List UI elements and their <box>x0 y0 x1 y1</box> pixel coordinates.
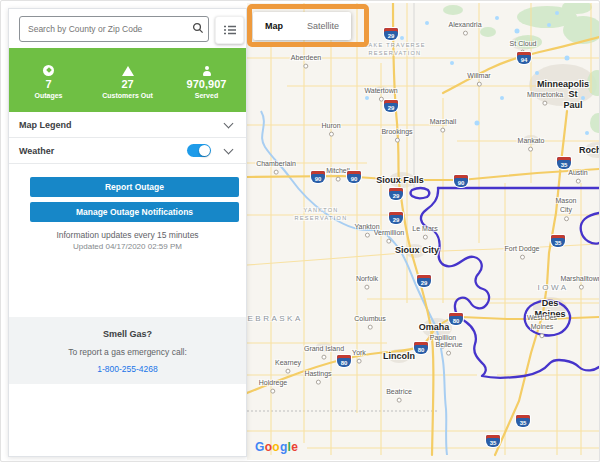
map-label-yankton: Yankton <box>354 223 379 232</box>
person-icon <box>202 66 212 76</box>
warning-triangle-icon <box>122 66 134 76</box>
map-label-marshalltown: Marshalltown <box>560 275 599 284</box>
map-label-lake-traverse-reservation: LAKE TRAVERSE RESERVATION <box>364 41 426 58</box>
map-label-bellevue: Bellevue <box>436 341 463 350</box>
map-label-hastings: Hastings <box>304 370 331 379</box>
map-labels: AberdeenAlexandriaSt CloudWillmarMinneap… <box>247 3 599 460</box>
stat-served: 970,907 Served <box>167 48 246 112</box>
customers-out-label: Customers Out <box>102 92 153 99</box>
interstate-shield-icon: 90 <box>311 171 325 183</box>
report-outage-button[interactable]: Report Outage <box>30 177 239 197</box>
weather-label: Weather <box>19 146 187 156</box>
map-label-west-des-moines: West Des Moines <box>527 314 557 332</box>
map-label-willmar: Willmar <box>467 72 490 81</box>
map-label-iowa: IOWA <box>537 283 568 293</box>
interstate-shield-icon: 80 <box>337 355 351 367</box>
map-label-alexandria: Alexandria <box>448 21 481 30</box>
stat-customers-out: 27 Customers Out <box>88 48 167 112</box>
map-label-marshall: Marshall <box>430 118 456 127</box>
interstate-shield-icon: 29 <box>417 275 431 287</box>
map-label-yankton-reservation: YANKTON RESERVATION <box>295 206 348 223</box>
weather-toggle[interactable] <box>187 144 211 157</box>
chevron-down-icon <box>224 144 234 154</box>
map-label-norfolk: Norfolk <box>356 275 378 284</box>
outage-map-app: AberdeenAlexandriaSt CloudWillmarMinneap… <box>0 0 600 462</box>
map-label-mitchell: Mitchell <box>326 167 350 176</box>
map-label-vermillion: Vermillion <box>374 229 404 238</box>
customers-out-count: 27 <box>121 78 133 90</box>
interstate-shield-icon: 90 <box>454 175 468 187</box>
manage-notifications-button[interactable]: Manage Outage Notifications <box>30 202 239 222</box>
map-view-button[interactable]: Map <box>253 12 295 40</box>
outage-marker-icon <box>43 65 54 76</box>
map-label-beatrice: Beatrice <box>386 388 412 397</box>
map-label-mason-city: Mason City <box>550 197 583 215</box>
map-label-grand-island: Grand Island <box>304 345 344 354</box>
served-count: 970,907 <box>187 78 227 90</box>
map-label-minneapolis: Minneapolis <box>537 79 589 90</box>
interstate-shield-icon: 35 <box>486 435 500 447</box>
chevron-down-icon <box>224 118 234 128</box>
map-legend-label: Map Legend <box>19 120 225 130</box>
map-label-huron: Huron <box>321 122 340 131</box>
satellite-view-button[interactable]: Satellite <box>295 12 351 40</box>
map-label-kearney: Kearney <box>275 359 301 368</box>
interstate-shield-icon: 80 <box>449 313 463 325</box>
google-logo[interactable]: Google <box>255 440 298 454</box>
map-label-columbus: Columbus <box>354 315 386 324</box>
served-label: Served <box>195 92 218 99</box>
map-label-st-cloud: St Cloud <box>510 40 537 49</box>
map-label-chamberlain: Chamberlain <box>256 160 296 169</box>
interstate-shield-icon: 90 <box>347 171 361 183</box>
interstate-shield-icon: 35 <box>557 157 571 169</box>
outages-label: Outages <box>34 92 62 99</box>
gas-emergency-phone-link[interactable]: 1-800-255-4268 <box>9 364 246 374</box>
search-input[interactable] <box>19 16 209 42</box>
map-type-control: Map Satellite <box>253 12 351 40</box>
interstate-shield-icon: 29 <box>384 28 398 40</box>
map-label-fort-dodge: Fort Dodge <box>504 245 539 254</box>
map-label-aberdeen: Aberdeen <box>291 54 321 63</box>
map-label-york: York <box>352 349 366 358</box>
weather-accordion[interactable]: Weather <box>9 138 246 164</box>
map-label-des-moines: Des Moines <box>526 298 575 321</box>
map-label-rochester: Rochester <box>579 145 599 156</box>
outages-count: 7 <box>45 78 51 90</box>
sidebar-panel: 7 Outages 27 Customers Out 970,907 Serve… <box>8 8 247 457</box>
interstate-shield-icon: 29 <box>389 212 403 224</box>
smell-gas-section: Smell Gas? To report a gas emergency cal… <box>9 317 246 384</box>
map-label-sioux-falls: Sioux Falls <box>376 175 424 186</box>
smell-gas-title: Smell Gas? <box>9 329 246 339</box>
map-label-le-mars: Le Mars <box>412 225 437 234</box>
interstate-shield-icon: 80 <box>414 342 428 354</box>
map-label-mankato: Mankato <box>518 137 545 146</box>
interstate-shield-icon: 29 <box>389 188 403 200</box>
map-label-brookings: Brookings <box>381 128 412 137</box>
outage-stats-bar: 7 Outages 27 Customers Out 970,907 Serve… <box>9 48 246 112</box>
map-label-omaha: Omaha <box>419 322 450 333</box>
last-updated-text: Updated 04/17/2020 02:59 PM <box>9 242 246 251</box>
interstate-shield-icon: 35 <box>551 235 565 247</box>
map-legend-accordion[interactable]: Map Legend <box>9 112 246 138</box>
update-frequency-text: Information updates every 15 minutes <box>9 230 246 240</box>
list-icon <box>224 25 236 35</box>
map-canvas[interactable]: AberdeenAlexandriaSt CloudWillmarMinneap… <box>247 3 599 460</box>
interstate-shield-icon: 29 <box>384 100 398 112</box>
map-label-minnetonka: Minnetonka <box>527 91 563 100</box>
list-view-button[interactable] <box>215 16 244 44</box>
map-label-st-paul: St Paul <box>560 89 586 112</box>
map-label-austin: Austin <box>568 169 587 178</box>
interstate-shield-icon: 35 <box>516 415 530 427</box>
stat-outages: 7 Outages <box>9 48 88 112</box>
map-label-nebraska: NEBRASKA <box>247 314 303 324</box>
map-label-watertown: Watertown <box>364 87 397 96</box>
map-label-papillion: Papillion <box>430 334 456 343</box>
interstate-shield-icon: 94 <box>517 52 531 64</box>
map-label-lincoln: Lincoln <box>383 351 415 362</box>
map-label-holdrege: Holdrege <box>259 379 287 388</box>
gas-emergency-text: To report a gas emergency call: <box>9 347 246 357</box>
map-label-sioux-city: Sioux City <box>395 245 439 256</box>
